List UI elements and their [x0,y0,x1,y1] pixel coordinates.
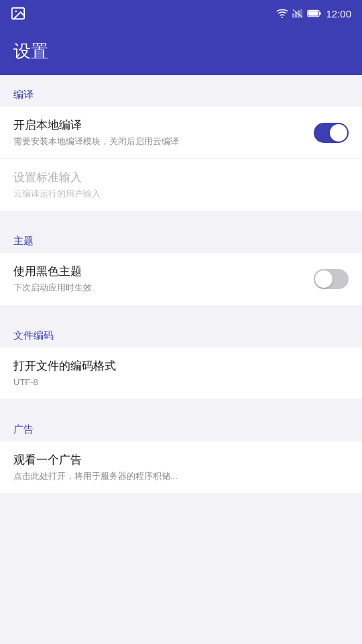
status-time: 12:00 [326,8,351,19]
setting-item-local-translation[interactable]: 开启本地编译 需要安装本地编译模块，关闭后启用云编译 [0,107,362,159]
svg-rect-3 [292,13,294,17]
setting-item-text-local-translation: 开启本地编译 需要安装本地编译模块，关闭后启用云编译 [13,117,314,148]
page-title: 设置 [13,40,48,63]
toggle-dark-theme[interactable] [314,269,349,289]
section-header-translation: 编译 [0,75,362,107]
svg-rect-10 [308,11,318,15]
setting-subtitle-watch-ad: 点击此处打开，将用于服务器的程序积储... [13,470,338,482]
setting-subtitle-standard-input: 云编译运行的用户输入 [13,188,338,200]
setting-item-dark-theme[interactable]: 使用黑色主题 下次启动应用时生效 [0,253,362,305]
app-header: 设置 [0,27,362,75]
setting-title-watch-ad: 观看一个广告 [13,452,338,468]
status-bar-left [11,0,25,27]
setting-title-encoding: 打开文件的编码格式 [13,358,338,374]
status-bar: 12:00 [0,0,362,27]
setting-title-local-translation: 开启本地编译 [13,117,303,133]
battery-icon [307,9,322,18]
setting-subtitle-dark-theme: 下次启动应用时生效 [13,282,303,294]
section-card-translation: 开启本地编译 需要安装本地编译模块，关闭后启用云编译 设置标准输入 云编译运行的… [0,107,362,211]
setting-item-standard-input: 设置标准输入 云编译运行的用户输入 [0,159,362,211]
divider-1 [0,211,362,221]
section-card-ads: 观看一个广告 点击此处打开，将用于服务器的程序积储... [0,441,362,493]
toggle-knob-local-translation [330,124,347,142]
setting-subtitle-local-translation: 需要安装本地编译模块，关闭后启用云编译 [13,136,303,148]
divider-3 [0,399,362,410]
setting-item-text-standard-input: 设置标准输入 云编译运行的用户输入 [13,170,349,200]
section-card-theme: 使用黑色主题 下次启动应用时生效 [0,253,362,305]
setting-title-standard-input: 设置标准输入 [13,170,338,185]
toggle-knob-dark-theme [315,270,333,288]
settings-content: 编译 开启本地编译 需要安装本地编译模块，关闭后启用云编译 设置标准输入 云编译… [0,75,362,644]
section-header-ads: 广告 [0,410,362,441]
setting-item-encoding[interactable]: 打开文件的编码格式 UTF-8 [0,347,362,399]
section-header-encoding: 文件编码 [0,316,362,347]
divider-2 [0,305,362,316]
section-header-theme: 主题 [0,221,362,253]
svg-point-1 [15,10,17,12]
svg-rect-9 [320,12,321,15]
section-card-encoding: 打开文件的编码格式 UTF-8 [0,347,362,399]
setting-title-dark-theme: 使用黑色主题 [13,264,303,279]
wifi-icon [276,9,288,18]
setting-item-watch-ad[interactable]: 观看一个广告 点击此处打开，将用于服务器的程序积储... [0,441,362,493]
toggle-local-translation[interactable] [314,123,349,143]
svg-point-2 [282,17,283,18]
image-icon [11,6,25,21]
status-icons: 12:00 [276,8,351,19]
setting-value-encoding: UTF-8 [13,376,338,388]
signal-icon [292,9,303,18]
setting-item-text-watch-ad: 观看一个广告 点击此处打开，将用于服务器的程序积储... [13,452,349,482]
setting-item-text-dark-theme: 使用黑色主题 下次启动应用时生效 [13,264,314,294]
setting-item-text-encoding: 打开文件的编码格式 UTF-8 [13,358,349,388]
